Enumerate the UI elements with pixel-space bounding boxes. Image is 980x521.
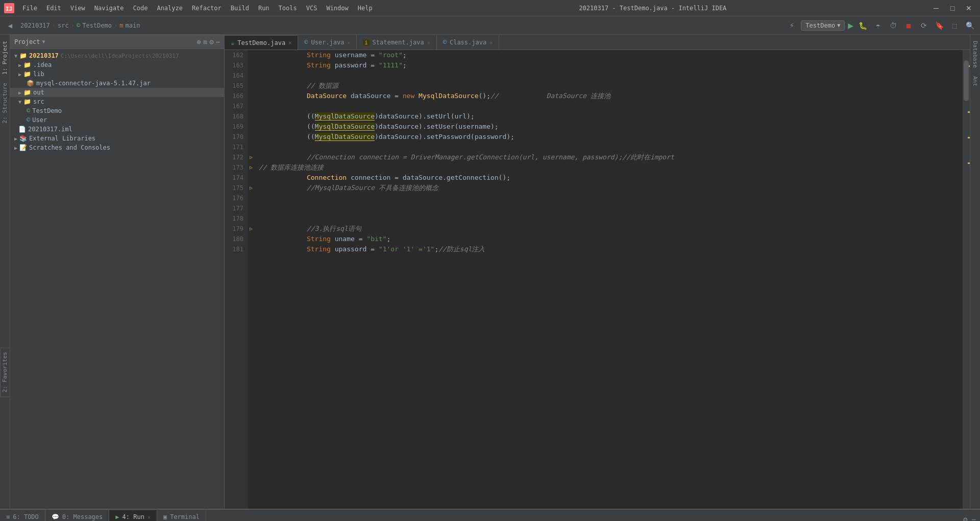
tab-testdemo[interactable]: ☕ TestDemo.java ✕ <box>225 35 298 50</box>
back-icon[interactable]: ◀ <box>4 19 16 32</box>
line-num-179: 179 <box>225 224 243 234</box>
tree-label-idea: .idea <box>33 61 52 68</box>
scroll-thumb[interactable] <box>964 60 969 101</box>
menu-edit[interactable]: Edit <box>42 4 65 13</box>
menu-help[interactable]: Help <box>354 4 377 13</box>
tree-collapse-icon: ▼ <box>14 53 17 59</box>
breadcrumb-src[interactable]: src <box>58 22 69 29</box>
menu-window[interactable]: Window <box>322 4 352 13</box>
tab-statement[interactable]: i Statement.java ✕ <box>357 35 436 50</box>
tree-expand-icon: ▶ <box>18 90 21 96</box>
coverage-icon[interactable]: ☂ <box>872 19 884 32</box>
project-panel: Project ▼ ⊕ ≡ ⚙ − ▼ 📁 20210317 C:\Users\… <box>10 35 225 509</box>
favorites-tab[interactable]: 2: Favorites <box>0 347 10 397</box>
tab-class[interactable]: © Class.java ✕ <box>437 35 500 50</box>
line-num-178: 178 <box>225 214 243 224</box>
stop-icon[interactable]: ■ <box>902 19 915 32</box>
menu-code[interactable]: Code <box>129 4 152 13</box>
bottom-tab-terminal[interactable]: ▣ Terminal <box>157 510 206 521</box>
code-line-172: //Connection connection = DriverManager.… <box>259 152 959 162</box>
menu-build[interactable]: Build <box>227 4 253 13</box>
menu-navigate[interactable]: Navigate <box>90 4 128 13</box>
tab-close-icon[interactable]: ✕ <box>347 40 350 45</box>
tree-item-testdemo[interactable]: © TestDemo <box>10 106 224 115</box>
sync-icon[interactable]: ⟳ <box>918 19 930 32</box>
scope-icon[interactable]: ⊕ <box>197 38 201 46</box>
tree-item-jar[interactable]: 📦 mysql-connector-java-5.1.47.jar <box>10 79 224 88</box>
tree-item-src[interactable]: ▼ 📁 src <box>10 97 224 106</box>
menu-analyze[interactable]: Analyze <box>153 4 187 13</box>
code-content[interactable]: String username = "root"; String passwor… <box>255 50 963 509</box>
editor-area: ☕ TestDemo.java ✕ © User.java ✕ i Statem… <box>225 35 970 509</box>
tree-item-root[interactable]: ▼ 📁 20210317 C:\Users\dell\IdeaProjects\… <box>10 51 224 60</box>
line-num-165: 165 <box>225 81 243 91</box>
breadcrumb-method[interactable]: main <box>125 22 140 29</box>
tree-item-scratches[interactable]: ▶ 📝 Scratches and Consoles <box>10 143 224 152</box>
run-button[interactable]: ▶ <box>848 20 853 31</box>
breadcrumb-project[interactable]: 20210317 <box>20 22 50 29</box>
menu-vcs[interactable]: VCS <box>302 4 322 13</box>
minimize-button[interactable]: ─ <box>929 3 943 13</box>
messages-icon: 💬 <box>52 513 59 520</box>
svg-text:IJ: IJ <box>6 6 12 12</box>
right-tab-database[interactable]: Database <box>971 37 979 72</box>
tab-user[interactable]: © User.java ✕ <box>298 35 357 50</box>
tree-expand-icon: ▶ <box>18 62 21 68</box>
fold-indicator-172[interactable]: ▷ <box>248 152 255 162</box>
expand-icon[interactable]: ⬚ <box>948 19 961 32</box>
profile-icon[interactable]: ⏱ <box>887 19 899 32</box>
fold-indicator-179[interactable]: ▷ <box>248 224 255 234</box>
fold-indicator-173[interactable]: ▷ <box>248 162 255 173</box>
search-everywhere-icon[interactable]: ⚡ <box>786 19 798 32</box>
menu-refactor[interactable]: Refactor <box>188 4 226 13</box>
close-panel-icon[interactable]: − <box>216 38 220 46</box>
tree-item-user[interactable]: © User <box>10 115 224 125</box>
todo-icon: ≡ <box>6 513 10 520</box>
collapse-icon[interactable]: ≡ <box>203 38 207 46</box>
tree-path-root: C:\Users\dell\IdeaProjects\20210317 <box>61 53 179 59</box>
tree-item-ext-libs[interactable]: ▶ 📚 External Libraries <box>10 134 224 143</box>
code-line-180: String uname = "bit"; <box>259 234 959 244</box>
bottom-hide-icon[interactable]: − <box>972 515 976 521</box>
tab-close-icon[interactable]: ✕ <box>288 40 291 45</box>
menu-tools[interactable]: Tools <box>275 4 301 13</box>
tree-item-lib[interactable]: ▶ 📁 lib <box>10 69 224 79</box>
sidebar-tab-project[interactable]: 1: Project <box>1 37 9 79</box>
folder-icon: 📁 <box>23 70 31 78</box>
search-icon[interactable]: 🔍 <box>964 19 976 32</box>
editor-scrollbar[interactable] <box>963 50 970 509</box>
breadcrumb: 20210317 › src › © TestDemo › m main <box>20 22 140 29</box>
tab-close-icon[interactable]: ✕ <box>489 40 493 45</box>
fold-indicator-175[interactable]: ▷ <box>248 183 255 193</box>
sidebar-tab-structure[interactable]: 2: Structure <box>1 79 9 127</box>
bottom-tab-messages[interactable]: 💬 0: Messages <box>45 510 109 521</box>
gear-icon[interactable]: ⚙ <box>209 38 213 46</box>
tree-item-out[interactable]: ▶ 📁 out <box>10 88 224 97</box>
bottom-tab-todo[interactable]: ≡ 6: TODO <box>0 510 45 521</box>
menu-run[interactable]: Run <box>254 4 274 13</box>
scroll-marker-3 <box>968 137 970 138</box>
run-config-selector[interactable]: TestDemo ▼ <box>801 20 845 31</box>
main-layout: 1: Project 2: Structure Project ▼ ⊕ ≡ ⚙ … <box>0 35 980 509</box>
run-tab-icon: ▶ <box>115 513 119 520</box>
right-tab-ant[interactable]: Ant <box>971 72 979 90</box>
line-num-162: 162 <box>225 50 243 60</box>
tree-item-iml[interactable]: 📄 20210317.iml <box>10 125 224 134</box>
run-tab-close-icon[interactable]: ✕ <box>148 514 151 520</box>
line-num-167: 167 <box>225 101 243 111</box>
close-button[interactable]: ✕ <box>962 3 976 13</box>
line-num-164: 164 <box>225 70 243 81</box>
bookmark-icon[interactable]: 🔖 <box>933 19 945 32</box>
line-num-175: 175 <box>225 183 243 193</box>
maximize-button[interactable]: □ <box>945 3 960 13</box>
tab-close-icon[interactable]: ✕ <box>427 40 430 45</box>
breadcrumb-class[interactable]: TestDemo <box>82 22 112 29</box>
code-line-177 <box>259 203 959 214</box>
bottom-tab-run[interactable]: ▶ 4: Run ✕ <box>109 510 157 521</box>
tree-collapse-icon: ▼ <box>18 99 21 105</box>
menu-file[interactable]: File <box>18 4 41 13</box>
menu-view[interactable]: View <box>66 4 89 13</box>
debug-icon[interactable]: 🐛 <box>856 19 869 32</box>
bottom-settings-icon[interactable]: ⚙ <box>963 515 967 521</box>
tree-item-idea[interactable]: ▶ 📁 .idea <box>10 60 224 69</box>
